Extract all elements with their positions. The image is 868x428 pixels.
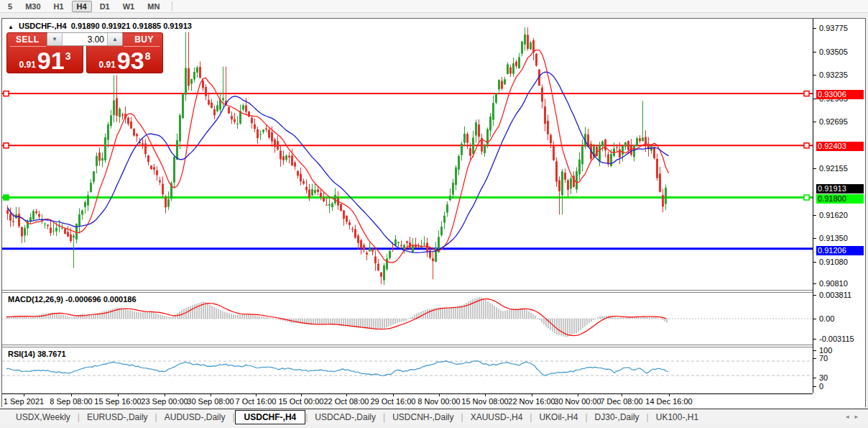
rsi-tick-label: 0 <box>819 382 823 391</box>
timeframe-button-mn[interactable]: MN <box>142 1 165 12</box>
time-tick <box>24 394 24 396</box>
ma-slow-line <box>8 72 669 252</box>
price-tick-label: 0.93775 <box>819 24 848 32</box>
rsi-line <box>6 361 668 376</box>
timeframe-toolbar: 5M30H1H4D1W1MN <box>0 0 868 13</box>
time-tick-label: 30 Nov 00:00 <box>554 397 601 406</box>
chart-tab-bar: USDX,Weekly|EURUSD-,Daily|AUDUSD-,Daily|… <box>0 409 868 425</box>
ma-fast-line <box>8 50 669 263</box>
chart-tab-usdx-weekly[interactable]: USDX,Weekly <box>9 411 78 424</box>
rsi-plot <box>2 347 813 393</box>
tab-scroll-arrows[interactable]: ◂▸ <box>846 413 864 420</box>
time-tick-label: 29 Oct 16:00 <box>371 397 416 406</box>
volume-increase-button[interactable]: ▲ <box>107 33 122 45</box>
macd-tick-label: -0.003115 <box>819 334 854 343</box>
macd-tick <box>813 295 816 296</box>
rsi-tick <box>813 358 816 359</box>
chart-window[interactable]: ▲ USDCHF-,H4 0.91890 0.91921 0.91885 0.9… <box>1 18 866 407</box>
rsi-tick-label: 30 <box>819 373 828 382</box>
price-tick-label: 0.91350 <box>819 234 848 242</box>
rsi-tick <box>813 350 816 351</box>
price-axis[interactable]: 0.937750.935050.932350.929650.926950.921… <box>813 19 865 408</box>
time-tick <box>439 394 440 396</box>
price-tick-label: 0.91620 <box>819 211 848 219</box>
chart-tab-usdcnh-daily[interactable]: USDCNH-,Daily <box>385 411 461 424</box>
time-tick-label: 22 Nov 16:00 <box>508 397 555 406</box>
macd-tick-label: 0.00 <box>819 314 834 323</box>
chart-tab-ukoil-h4[interactable]: UKOil-,H4 <box>532 411 585 424</box>
time-tick-label: 15 Nov 08:00 <box>461 397 508 406</box>
tab-scroll-right-icon[interactable]: ▸ <box>854 413 864 420</box>
time-tick <box>346 394 347 396</box>
time-tick <box>71 394 72 396</box>
time-tick-label: 8 Sep 08:00 <box>50 397 92 406</box>
price-level-label: 0.91913 <box>816 184 864 193</box>
macd-tick-label: 0.003811 <box>819 291 851 299</box>
sell-price-big: 91 <box>37 48 65 73</box>
macd-tick <box>813 319 816 319</box>
time-tick-label: 7 Oct 16:00 <box>236 397 277 406</box>
time-tick <box>578 394 578 396</box>
price-tick-label: 0.92695 <box>819 117 848 126</box>
price-tick-label: 0.91080 <box>819 258 848 266</box>
time-tick <box>532 394 532 396</box>
time-tick <box>301 394 302 396</box>
time-axis[interactable]: 1 Sep 20218 Sep 08:0015 Sep 16:0023 Sep … <box>2 393 813 408</box>
timeframe-button-m30[interactable]: M30 <box>20 1 45 12</box>
time-tick <box>622 394 622 396</box>
price-tick <box>813 215 816 216</box>
rsi-panel[interactable]: RSI(14) 38.7671 <box>2 347 813 393</box>
price-tick <box>813 283 816 284</box>
chart-tab-usdcad-daily[interactable]: USDCAD-,Daily <box>308 411 383 424</box>
collapse-trade-panel-icon[interactable]: ▲ <box>8 24 14 30</box>
macd-tick <box>813 339 816 340</box>
time-tick-label: 15 Sep 16:00 <box>94 397 141 406</box>
price-tick-label: 0.92155 <box>819 164 848 173</box>
price-tick <box>813 122 816 122</box>
price-level-label: 0.91800 <box>816 194 864 204</box>
volume-input[interactable]: 3.00 <box>63 33 107 45</box>
timeframe-button-d1[interactable]: D1 <box>95 1 115 12</box>
buy-price-sup: 8 <box>145 50 151 62</box>
time-tick <box>165 394 165 396</box>
time-tick-label: 22 Oct 08:00 <box>324 397 369 406</box>
sell-price: 0.91 91 3 <box>7 47 83 73</box>
macd-panel[interactable]: MACD(12,26,9) -0.000696 0.000186 <box>2 293 813 345</box>
chart-tab-audusd-daily[interactable]: AUDUSD-,Daily <box>157 411 233 424</box>
price-level-label: 0.91206 <box>816 246 864 255</box>
rsi-tick-label: 70 <box>819 354 828 363</box>
price-tick <box>813 28 816 29</box>
time-tick <box>256 394 257 396</box>
symbol-ohlc-values: 0.91890 0.91921 0.91885 0.91913 <box>71 22 192 30</box>
price-tick-label: 0.93505 <box>819 47 848 56</box>
rsi-tick <box>813 378 816 378</box>
buy-price: 0.91 93 8 <box>87 47 162 73</box>
timeframe-button-h4[interactable]: H4 <box>72 1 92 12</box>
buy-price-big: 93 <box>117 48 144 73</box>
chart-tab-eurusd-daily[interactable]: EURUSD-,Daily <box>80 411 155 424</box>
time-tick-label: 23 Sep 00:00 <box>141 397 188 406</box>
time-tick <box>211 394 211 396</box>
chart-tab-usdchf-h4[interactable]: USDCHF-,H4 <box>235 410 306 424</box>
time-tick-label: 14 Dec 16:00 <box>645 397 692 406</box>
volume-decrease-button[interactable]: ▼ <box>47 33 63 45</box>
price-level-label: 0.92403 <box>816 142 864 151</box>
timeframe-button-h1[interactable]: H1 <box>49 1 69 12</box>
chart-tab-uk100-h1[interactable]: UK100-,H1 <box>649 411 706 424</box>
price-tick-label: 0.90810 <box>819 279 848 288</box>
time-tick-label: 1 Sep 2021 <box>4 397 44 406</box>
time-tick-label: 15 Oct 00:00 <box>279 397 324 406</box>
price-tick <box>813 238 816 239</box>
timeframe-button-w1[interactable]: W1 <box>118 1 140 12</box>
price-tick <box>813 262 816 263</box>
tab-scroll-left-icon[interactable]: ◂ <box>846 413 855 420</box>
timeframe-button-5[interactable]: 5 <box>3 1 17 12</box>
chart-tab-dj30-daily[interactable]: DJ30-,Daily <box>588 411 647 424</box>
time-tick <box>393 394 394 396</box>
time-tick-label: 30 Sep 08:00 <box>187 397 234 406</box>
time-tick-label: 7 Dec 08:00 <box>600 397 642 406</box>
rsi-label: RSI(14) 38.7671 <box>8 350 66 358</box>
price-tick <box>813 75 816 76</box>
chart-tab-xauusd-h4[interactable]: XAUUSD-,H4 <box>463 411 530 424</box>
price-tick <box>813 52 816 53</box>
